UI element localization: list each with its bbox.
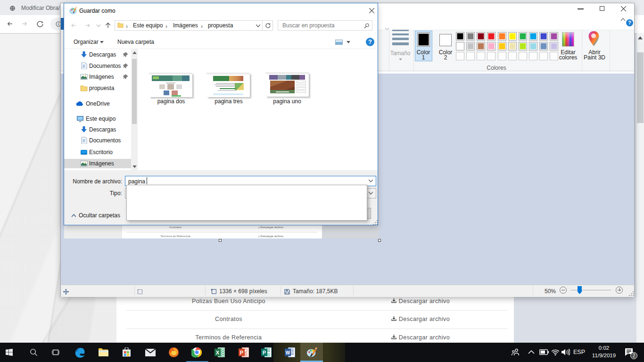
svg-text:P: P (240, 350, 243, 355)
svg-text:P: P (263, 350, 266, 355)
svg-text:W: W (286, 350, 290, 355)
svg-text:X: X (216, 350, 220, 355)
